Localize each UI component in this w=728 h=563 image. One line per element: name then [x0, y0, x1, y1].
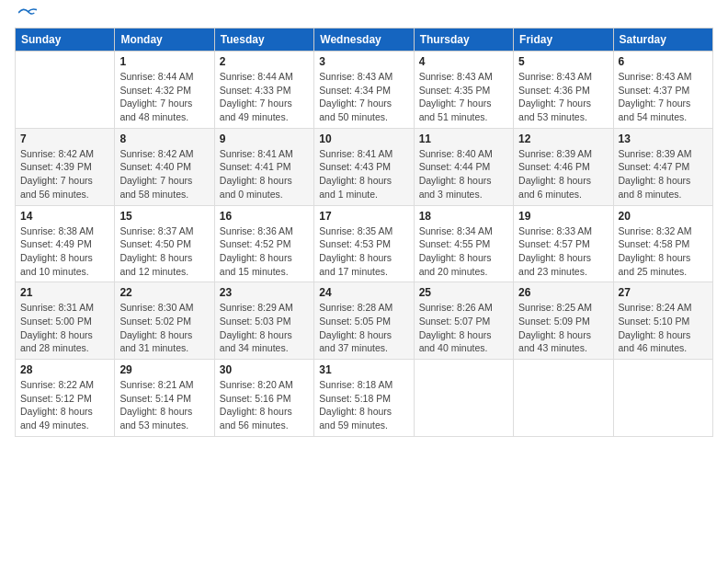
day-info: Sunrise: 8:39 AMSunset: 4:47 PMDaylight:… [619, 147, 708, 201]
day-info: Sunrise: 8:38 AMSunset: 4:49 PMDaylight:… [20, 224, 109, 279]
calendar-cell: 31Sunrise: 8:18 AMSunset: 5:18 PMDayligh… [314, 360, 414, 437]
calendar-cell [414, 360, 513, 437]
calendar-cell: 13Sunrise: 8:39 AMSunset: 4:47 PMDayligh… [613, 128, 712, 205]
day-info: Sunrise: 8:43 AMSunset: 4:34 PMDaylight:… [319, 70, 408, 124]
calendar-cell: 20Sunrise: 8:32 AMSunset: 4:58 PMDayligh… [613, 205, 712, 282]
day-number: 4 [419, 55, 508, 68]
calendar-cell: 17Sunrise: 8:35 AMSunset: 4:53 PMDayligh… [314, 205, 414, 282]
day-header-tuesday: Tuesday [214, 29, 313, 52]
day-info: Sunrise: 8:44 AMSunset: 4:32 PMDaylight:… [119, 70, 209, 124]
day-info: Sunrise: 8:24 AMSunset: 5:10 PMDaylight:… [619, 301, 708, 355]
day-number: 28 [20, 363, 109, 376]
day-info: Sunrise: 8:43 AMSunset: 4:37 PMDaylight:… [619, 70, 708, 124]
day-number: 8 [119, 132, 209, 145]
day-number: 6 [619, 55, 708, 68]
day-info: Sunrise: 8:18 AMSunset: 5:18 PMDaylight:… [319, 378, 408, 432]
calendar-cell: 27Sunrise: 8:24 AMSunset: 5:10 PMDayligh… [613, 282, 712, 360]
calendar-cell [514, 360, 613, 437]
calendar-week-row: 28Sunrise: 8:22 AMSunset: 5:12 PMDayligh… [16, 360, 713, 437]
day-info: Sunrise: 8:31 AMSunset: 5:00 PMDaylight:… [20, 301, 109, 355]
day-info: Sunrise: 8:22 AMSunset: 5:12 PMDaylight:… [20, 378, 109, 432]
day-header-thursday: Thursday [414, 29, 513, 52]
day-header-saturday: Saturday [613, 29, 712, 52]
day-info: Sunrise: 8:42 AMSunset: 4:39 PMDaylight:… [20, 147, 109, 201]
calendar-cell: 7Sunrise: 8:42 AMSunset: 4:39 PMDaylight… [16, 128, 115, 205]
day-header-monday: Monday [115, 29, 214, 52]
calendar-cell: 22Sunrise: 8:30 AMSunset: 5:02 PMDayligh… [115, 282, 214, 360]
day-number: 13 [619, 132, 708, 145]
calendar-cell: 4Sunrise: 8:43 AMSunset: 4:35 PMDaylight… [414, 52, 513, 129]
day-number: 30 [220, 363, 309, 376]
calendar-cell: 14Sunrise: 8:38 AMSunset: 4:49 PMDayligh… [16, 205, 115, 282]
calendar-cell: 24Sunrise: 8:28 AMSunset: 5:05 PMDayligh… [314, 282, 414, 360]
logo [15, 15, 37, 20]
day-info: Sunrise: 8:39 AMSunset: 4:46 PMDaylight:… [518, 147, 608, 201]
calendar-week-row: 7Sunrise: 8:42 AMSunset: 4:39 PMDaylight… [16, 128, 713, 205]
calendar-cell: 6Sunrise: 8:43 AMSunset: 4:37 PMDaylight… [613, 52, 712, 129]
day-number: 3 [319, 55, 408, 68]
calendar-cell: 19Sunrise: 8:33 AMSunset: 4:57 PMDayligh… [514, 205, 613, 282]
calendar-cell: 9Sunrise: 8:41 AMSunset: 4:41 PMDaylight… [214, 128, 313, 205]
day-info: Sunrise: 8:35 AMSunset: 4:53 PMDaylight:… [319, 224, 408, 279]
calendar-cell: 16Sunrise: 8:36 AMSunset: 4:52 PMDayligh… [214, 205, 313, 282]
day-info: Sunrise: 8:40 AMSunset: 4:44 PMDaylight:… [419, 147, 508, 201]
calendar-week-row: 21Sunrise: 8:31 AMSunset: 5:00 PMDayligh… [16, 282, 713, 360]
calendar-cell [16, 52, 115, 129]
day-info: Sunrise: 8:28 AMSunset: 5:05 PMDaylight:… [319, 301, 408, 355]
day-info: Sunrise: 8:43 AMSunset: 4:35 PMDaylight:… [419, 70, 508, 124]
calendar-cell: 21Sunrise: 8:31 AMSunset: 5:00 PMDayligh… [16, 282, 115, 360]
day-number: 10 [319, 132, 408, 145]
calendar-cell: 28Sunrise: 8:22 AMSunset: 5:12 PMDayligh… [16, 360, 115, 437]
day-number: 1 [119, 55, 209, 68]
day-number: 27 [619, 286, 708, 299]
calendar-cell: 8Sunrise: 8:42 AMSunset: 4:40 PMDaylight… [115, 128, 214, 205]
day-number: 23 [220, 286, 309, 299]
calendar-cell: 26Sunrise: 8:25 AMSunset: 5:09 PMDayligh… [514, 282, 613, 360]
calendar-cell: 1Sunrise: 8:44 AMSunset: 4:32 PMDaylight… [115, 52, 214, 129]
day-number: 16 [220, 210, 309, 223]
page-header [15, 15, 713, 20]
day-number: 21 [20, 286, 109, 299]
day-info: Sunrise: 8:21 AMSunset: 5:14 PMDaylight:… [119, 378, 209, 432]
calendar-cell: 12Sunrise: 8:39 AMSunset: 4:46 PMDayligh… [514, 128, 613, 205]
calendar-header-row: SundayMondayTuesdayWednesdayThursdayFrid… [16, 29, 713, 52]
day-number: 9 [220, 132, 309, 145]
calendar-cell: 18Sunrise: 8:34 AMSunset: 4:55 PMDayligh… [414, 205, 513, 282]
day-info: Sunrise: 8:41 AMSunset: 4:41 PMDaylight:… [220, 147, 309, 201]
calendar-cell: 2Sunrise: 8:44 AMSunset: 4:33 PMDaylight… [214, 52, 313, 129]
day-info: Sunrise: 8:37 AMSunset: 4:50 PMDaylight:… [119, 224, 209, 279]
calendar-cell: 15Sunrise: 8:37 AMSunset: 4:50 PMDayligh… [115, 205, 214, 282]
day-header-friday: Friday [514, 29, 613, 52]
calendar-week-row: 1Sunrise: 8:44 AMSunset: 4:32 PMDaylight… [16, 52, 713, 129]
day-info: Sunrise: 8:42 AMSunset: 4:40 PMDaylight:… [119, 147, 209, 201]
day-info: Sunrise: 8:44 AMSunset: 4:33 PMDaylight:… [220, 70, 309, 124]
calendar-cell [613, 360, 712, 437]
calendar-cell: 23Sunrise: 8:29 AMSunset: 5:03 PMDayligh… [214, 282, 313, 360]
day-number: 7 [20, 132, 109, 145]
calendar-cell: 10Sunrise: 8:41 AMSunset: 4:43 PMDayligh… [314, 128, 414, 205]
calendar-cell: 11Sunrise: 8:40 AMSunset: 4:44 PMDayligh… [414, 128, 513, 205]
day-info: Sunrise: 8:20 AMSunset: 5:16 PMDaylight:… [220, 378, 309, 432]
day-number: 29 [119, 363, 209, 376]
logo-bird-icon [18, 6, 37, 20]
day-info: Sunrise: 8:25 AMSunset: 5:09 PMDaylight:… [518, 301, 608, 355]
calendar-cell: 25Sunrise: 8:26 AMSunset: 5:07 PMDayligh… [414, 282, 513, 360]
day-info: Sunrise: 8:34 AMSunset: 4:55 PMDaylight:… [419, 224, 508, 279]
day-number: 25 [419, 286, 508, 299]
day-number: 22 [119, 286, 209, 299]
day-info: Sunrise: 8:26 AMSunset: 5:07 PMDaylight:… [419, 301, 508, 355]
calendar-table: SundayMondayTuesdayWednesdayThursdayFrid… [15, 28, 713, 437]
calendar-cell: 29Sunrise: 8:21 AMSunset: 5:14 PMDayligh… [115, 360, 214, 437]
day-number: 31 [319, 363, 408, 376]
day-number: 15 [119, 210, 209, 223]
day-info: Sunrise: 8:36 AMSunset: 4:52 PMDaylight:… [220, 224, 309, 279]
calendar-cell: 3Sunrise: 8:43 AMSunset: 4:34 PMDaylight… [314, 52, 414, 129]
day-number: 14 [20, 210, 109, 223]
day-number: 24 [319, 286, 408, 299]
day-info: Sunrise: 8:41 AMSunset: 4:43 PMDaylight:… [319, 147, 408, 201]
day-number: 17 [319, 210, 408, 223]
calendar-week-row: 14Sunrise: 8:38 AMSunset: 4:49 PMDayligh… [16, 205, 713, 282]
day-number: 26 [518, 286, 608, 299]
calendar-cell: 30Sunrise: 8:20 AMSunset: 5:16 PMDayligh… [214, 360, 313, 437]
day-number: 5 [518, 55, 608, 68]
